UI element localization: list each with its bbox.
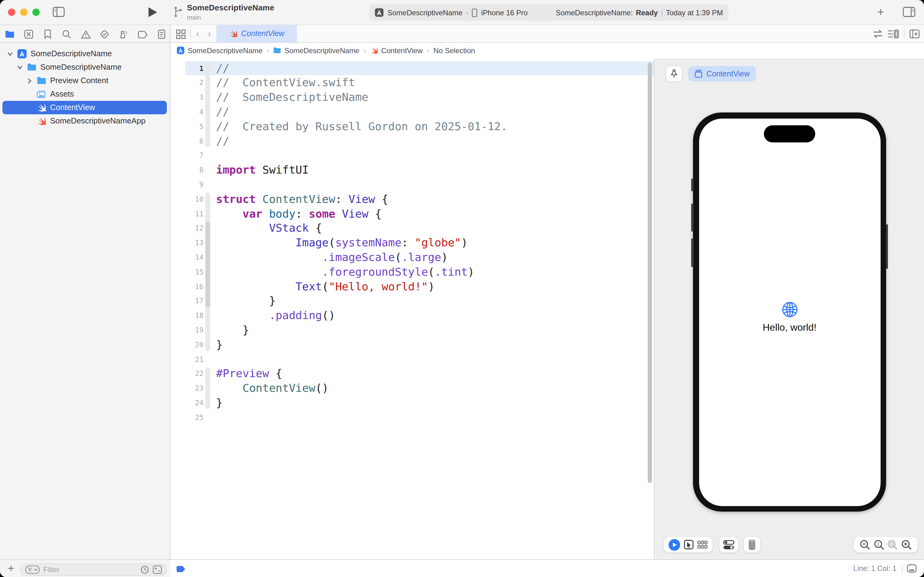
- sidebar-item-somedescriptivenameapp[interactable]: SomeDescriptiveNameApp: [0, 114, 170, 127]
- tests-navigator-icon[interactable]: [99, 29, 110, 40]
- code-line-10[interactable]: 10struct ContentView: View {: [171, 192, 654, 206]
- filter-field[interactable]: Filter: [20, 564, 167, 576]
- code-line-15[interactable]: 15 .foregroundStyle(.tint): [171, 265, 654, 279]
- add-file-button[interactable]: +: [5, 561, 17, 576]
- preview-tab-chip[interactable]: ContentView: [688, 66, 756, 81]
- find-navigator-icon[interactable]: [61, 29, 72, 40]
- scheme-chevron: ›: [466, 9, 468, 16]
- device-settings-button[interactable]: [719, 537, 738, 553]
- zoom-out-button[interactable]: [860, 539, 870, 550]
- editor-layout-icon[interactable]: [907, 564, 917, 573]
- tab-contentview[interactable]: ContentView: [216, 25, 297, 42]
- code-line-23[interactable]: 23 ContentView(): [171, 381, 654, 395]
- debug-navigator-icon[interactable]: [118, 29, 129, 40]
- code-line-5[interactable]: 5// Created by Russell Gordon on 2025-01…: [171, 119, 654, 134]
- sidebar-item-contentview[interactable]: ContentView: [0, 100, 170, 114]
- volume-down-button: [691, 239, 693, 267]
- status-project: SomeDescriptiveName:: [556, 8, 633, 17]
- preview-canvas: ContentView Hello, world!: [654, 59, 924, 559]
- code-line-20[interactable]: 20}: [171, 337, 654, 352]
- issues-navigator-icon[interactable]: [80, 29, 91, 40]
- run-button[interactable]: [148, 7, 157, 17]
- bookmarks-navigator-icon[interactable]: [42, 29, 53, 40]
- dynamic-island: [764, 125, 815, 142]
- code-line-25[interactable]: 25: [171, 410, 654, 425]
- code-line-11[interactable]: 11 var body: some View {: [171, 206, 654, 221]
- breakpoints-toggle[interactable]: [176, 566, 186, 573]
- filter-placeholder: Filter: [43, 566, 137, 574]
- iphone-preview-device[interactable]: Hello, world!: [693, 113, 886, 512]
- code-line-9[interactable]: 9: [171, 177, 654, 192]
- editor-grid-icon[interactable]: [175, 29, 187, 40]
- source-control-navigator-icon[interactable]: [23, 29, 34, 40]
- code-line-7[interactable]: 7: [171, 148, 654, 163]
- toggle-inspector-icon[interactable]: [903, 7, 916, 17]
- code-line-19[interactable]: 19 }: [171, 323, 654, 337]
- live-preview-play-button[interactable]: [668, 539, 680, 550]
- breakpoints-navigator-icon[interactable]: [137, 29, 148, 40]
- editor-scrollbar[interactable]: [648, 62, 652, 483]
- code-line-22[interactable]: 22#Preview {: [171, 366, 654, 381]
- variants-mode-button[interactable]: [697, 540, 708, 550]
- editor-options-icon[interactable]: [887, 29, 899, 39]
- go-forward-icon[interactable]: ›: [208, 28, 211, 39]
- breadcrumb-item[interactable]: SomeDescriptiveName: [177, 47, 262, 55]
- reports-navigator-icon[interactable]: [156, 29, 167, 40]
- code-line-1[interactable]: 1//: [171, 61, 654, 76]
- zoom-in-button[interactable]: [901, 539, 912, 550]
- sidebar-item-assets[interactable]: Assets: [0, 87, 170, 100]
- sidebar-item-preview content[interactable]: Preview Content: [0, 74, 170, 87]
- sidebar-item-label: SomeDescriptiveName: [31, 49, 112, 58]
- close-button[interactable]: [8, 8, 15, 16]
- select-mode-button[interactable]: [684, 540, 694, 550]
- scm-status-filter-icon[interactable]: [153, 566, 162, 574]
- disclosure-closed-icon[interactable]: [27, 78, 32, 84]
- fullscreen-button[interactable]: [32, 8, 40, 16]
- tab-label: ContentView: [241, 30, 284, 38]
- library-add-button[interactable]: +: [874, 5, 887, 19]
- app-project-icon: [17, 48, 27, 58]
- code-line-4[interactable]: 4//: [171, 105, 654, 119]
- code-line-2[interactable]: 2// ContentView.swift: [171, 76, 654, 90]
- sidebar-item-somedescriptivename[interactable]: SomeDescriptiveName: [0, 47, 170, 60]
- code-line-8[interactable]: 8import SwiftUI: [171, 163, 654, 177]
- code-line-12[interactable]: 12 VStack {: [171, 221, 654, 235]
- zoom-fit-button[interactable]: [888, 539, 898, 550]
- recent-files-clock-icon[interactable]: [140, 566, 149, 574]
- code-line-21[interactable]: 21: [171, 352, 654, 366]
- code-line-14[interactable]: 14 .imageScale(.large): [171, 250, 654, 265]
- preview-screen[interactable]: Hello, world!: [699, 118, 880, 506]
- breadcrumb-item[interactable]: SomeDescriptiveName: [274, 47, 359, 55]
- code-line-18[interactable]: 18 .padding(): [171, 308, 654, 323]
- app-icon-dark: [375, 8, 384, 17]
- zoom-100-button[interactable]: 1: [874, 539, 884, 550]
- source-editor[interactable]: 1//2// ContentView.swift3// SomeDescript…: [171, 59, 654, 559]
- sidebar-item-label: Assets: [50, 89, 74, 98]
- device-preview-button[interactable]: [744, 537, 760, 553]
- destination-device-icon: [472, 8, 478, 17]
- breadcrumb-item[interactable]: No Selection: [434, 47, 475, 55]
- code-line-3[interactable]: 3// SomeDescriptiveName: [171, 90, 654, 105]
- swap-editor-icon[interactable]: [872, 29, 884, 39]
- run-destination[interactable]: iPhone 16 Pro: [481, 8, 528, 17]
- toggles-icon: [723, 539, 734, 550]
- breadcrumb-item[interactable]: ContentView: [370, 47, 423, 55]
- minimize-button[interactable]: [20, 8, 27, 16]
- code-line-17[interactable]: 17 }: [171, 294, 654, 308]
- code-line-13[interactable]: 13 Image(systemName: "globe"): [171, 235, 654, 250]
- toggle-navigator-icon[interactable]: [53, 7, 65, 17]
- disclosure-open-icon[interactable]: [17, 64, 23, 70]
- code-line-6[interactable]: 6//: [171, 134, 654, 148]
- scheme-name[interactable]: SomeDescriptiveName: [388, 8, 462, 17]
- project-navigator-icon[interactable]: [4, 29, 15, 40]
- add-editor-icon[interactable]: [910, 29, 920, 39]
- code-line-24[interactable]: 24}: [171, 395, 654, 410]
- code-line-16[interactable]: 16 Text("Hello, world!"): [171, 279, 654, 294]
- go-back-icon[interactable]: ‹: [196, 28, 199, 39]
- activity-status-bar[interactable]: SomeDescriptiveName › iPhone 16 Pro Some…: [369, 4, 728, 21]
- sidebar-item-somedescriptivename[interactable]: SomeDescriptiveName: [0, 60, 170, 74]
- breadcrumb-separator: ›: [267, 47, 269, 55]
- disclosure-open-icon[interactable]: [7, 51, 13, 56]
- status-state: Ready: [636, 8, 658, 17]
- pin-preview-button[interactable]: [666, 66, 682, 81]
